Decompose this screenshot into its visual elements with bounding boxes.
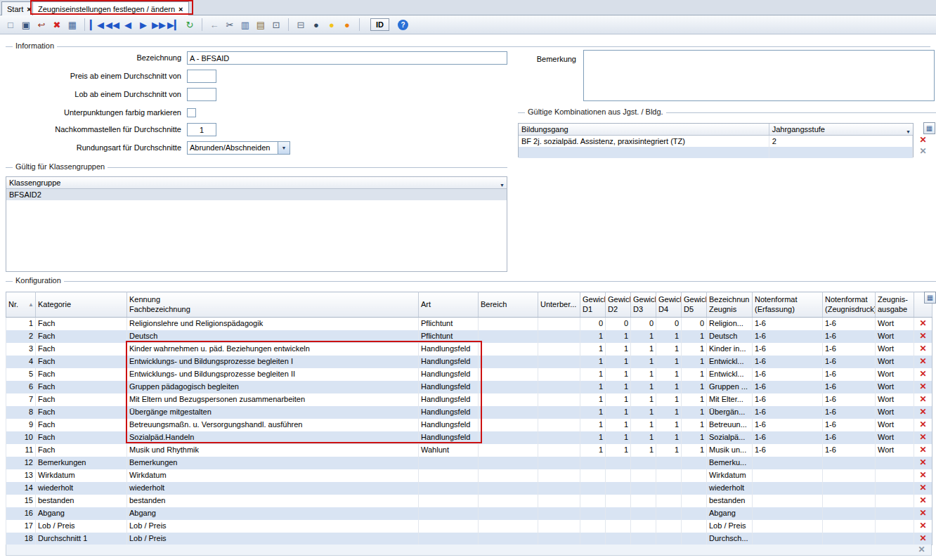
cell-d4[interactable] [656, 457, 682, 469]
new-document-icon[interactable]: □ [4, 18, 18, 32]
cell-nr[interactable]: 13 [6, 469, 36, 482]
cell-d3[interactable] [631, 495, 656, 507]
cell-notenformat_zeugnisdruck[interactable] [823, 457, 876, 469]
cell-d3[interactable] [631, 520, 656, 533]
cell-d1[interactable]: 1 [580, 368, 606, 381]
cell-zeugnisausgabe[interactable]: Wort [876, 343, 914, 356]
config-row[interactable]: 14wiederholtwiederholtwiederholt✕ [6, 482, 932, 495]
cell-d3[interactable] [631, 469, 656, 482]
delete-row-button[interactable]: ✕ [919, 495, 926, 505]
cell-art[interactable]: Handlungsfeld [419, 393, 479, 406]
cell-d5[interactable]: 1 [682, 406, 707, 419]
cell-art[interactable] [419, 482, 479, 495]
delete-icon[interactable]: ✖ [50, 18, 64, 32]
cell-d5[interactable]: 1 [682, 393, 707, 406]
cell-nr[interactable]: 14 [6, 482, 36, 495]
cell-notenformat_zeugnisdruck[interactable]: 1-6 [823, 419, 876, 431]
bemerkung-textarea[interactable] [583, 50, 935, 101]
cell-d1[interactable]: 1 [580, 444, 606, 457]
cell-d1[interactable]: 1 [580, 356, 606, 368]
delete-row-button[interactable]: ✕ [919, 419, 926, 429]
column-header-nr[interactable]: Nr.▲ [6, 292, 36, 318]
config-row[interactable]: 10FachSozialpäd.HandelnHandlungsfeld1111… [6, 431, 932, 444]
cell-zeugnisausgabe[interactable]: Wort [876, 431, 914, 444]
cell-art[interactable] [419, 533, 479, 545]
nav-prev-icon[interactable]: ◀ [121, 18, 135, 32]
cell-bereich[interactable] [479, 431, 538, 444]
cell-notenformat_zeugnisdruck[interactable]: 1-6 [823, 393, 876, 406]
cell-d2[interactable]: 1 [606, 406, 631, 419]
cell-unterbereich[interactable] [538, 368, 580, 381]
cell-notenformat_zeugnisdruck[interactable]: 1-6 [823, 343, 876, 356]
cell-kategorie[interactable]: Durchschnitt 1 [36, 533, 127, 545]
cell-unterbereich[interactable] [538, 507, 580, 520]
cell-kategorie[interactable]: Fach [36, 368, 127, 381]
print-icon[interactable]: ⊟ [294, 18, 308, 32]
cell-d3[interactable]: 1 [631, 381, 656, 393]
cell-d5[interactable] [682, 457, 707, 469]
column-header-kennung[interactable]: Kennung Fachbezeichnung [127, 292, 419, 318]
cell-notenformat_zeugnisdruck[interactable]: 1-6 [823, 406, 876, 419]
cell-kategorie[interactable]: Fach [36, 381, 127, 393]
cell-d2[interactable] [606, 533, 631, 545]
selection-icon[interactable]: ⊡ [269, 18, 283, 32]
cell-d2[interactable]: 1 [606, 431, 631, 444]
cell-d1[interactable] [580, 507, 606, 520]
cell-zeugnisausgabe[interactable] [876, 495, 914, 507]
cell-kategorie[interactable]: Lob / Preis [36, 520, 127, 533]
cell-bereich[interactable] [479, 482, 538, 495]
save-icon[interactable]: ▣ [19, 18, 33, 32]
cell-art[interactable]: Handlungsfeld [419, 419, 479, 431]
cell-kategorie[interactable]: Fach [36, 343, 127, 356]
cell-unterbereich[interactable] [538, 469, 580, 482]
cell-art[interactable]: Handlungsfeld [419, 368, 479, 381]
cell-nr[interactable]: 4 [6, 356, 36, 368]
table-edit-icon[interactable]: ▦ [65, 18, 79, 32]
column-header-d3[interactable]: Gewicht D3 [631, 292, 656, 318]
cell-kennung[interactable]: Lob / Preis [127, 533, 419, 545]
cell-notenformat_zeugnisdruck[interactable] [823, 507, 876, 520]
delete-row-button[interactable]: ✕ [919, 356, 926, 366]
cell-d5[interactable] [682, 495, 707, 507]
cell-d4[interactable]: 1 [656, 330, 682, 343]
cell-d2[interactable]: 1 [606, 381, 631, 393]
column-header-d5[interactable]: Gewicht D5 [682, 292, 707, 318]
cell-kennung[interactable]: Wirkdatum [127, 469, 419, 482]
config-row[interactable]: 15bestandenbestandenbestanden✕ [6, 495, 932, 507]
cell-notenformat_zeugnisdruck[interactable] [823, 482, 876, 495]
cell-zeugnisausgabe[interactable]: Wort [876, 419, 914, 431]
cell-d2[interactable] [606, 495, 631, 507]
cell-kennung[interactable]: Mit Eltern und Bezugspersonen zusammenar… [127, 393, 419, 406]
config-row[interactable]: 1FachReligionslehre und Religionspädagog… [6, 318, 932, 330]
cell-unterbereich[interactable] [538, 457, 580, 469]
help-icon[interactable]: ? [398, 20, 408, 30]
delete-row-button[interactable]: ✕ [919, 432, 926, 442]
cell-d5[interactable] [682, 469, 707, 482]
cell-jahrgangsstufe[interactable] [769, 147, 913, 158]
cell-d2[interactable]: 1 [606, 444, 631, 457]
cell-d5[interactable]: 1 [682, 330, 707, 343]
cell-notenformat_erfassung[interactable] [753, 507, 823, 520]
cell-zeugnisausgabe[interactable]: Wort [876, 356, 914, 368]
cell-kategorie[interactable]: Fach [36, 330, 127, 343]
cell-notenformat_erfassung[interactable]: 1-6 [753, 444, 823, 457]
cell-notenformat_zeugnisdruck[interactable]: 1-6 [823, 431, 876, 444]
cell-bereich[interactable] [479, 406, 538, 419]
config-row[interactable]: 4FachEntwicklungs- und Bildungsprozesse … [6, 356, 932, 368]
nav-fast-prev-icon[interactable]: ◀◀ [105, 18, 119, 32]
cell-d1[interactable]: 1 [580, 419, 606, 431]
cell-nr[interactable]: 2 [6, 330, 36, 343]
delete-row-button[interactable]: ✕ [919, 318, 926, 328]
delete-row-button[interactable]: ✕ [919, 394, 926, 404]
cell-notenformat_erfassung[interactable]: 1-6 [753, 419, 823, 431]
column-header-kategorie[interactable]: Kategorie [36, 292, 127, 318]
nachkommastellen-input[interactable] [187, 123, 216, 136]
cell-nr[interactable]: 17 [6, 520, 36, 533]
delete-row-button[interactable]: ✕ [919, 483, 926, 493]
cell-nr[interactable]: 7 [6, 393, 36, 406]
cell-d5[interactable] [682, 482, 707, 495]
cell-bezeichnung_zeugnis[interactable]: Lob / Preis [707, 520, 753, 533]
cell-kategorie[interactable]: Fach [36, 419, 127, 431]
cell-d5[interactable]: 1 [682, 381, 707, 393]
cell-d2[interactable] [606, 507, 631, 520]
